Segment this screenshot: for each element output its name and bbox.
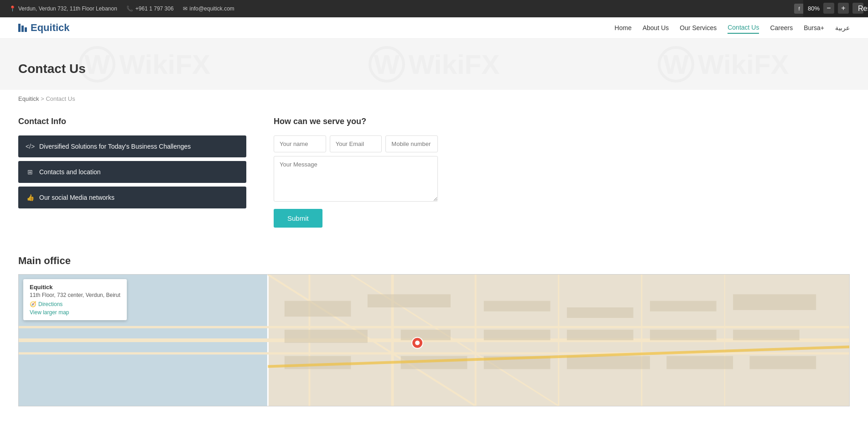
accordion-header-1: </> Diversified Solutions for Today's Bu…: [18, 135, 246, 157]
breadcrumb-home[interactable]: Equitick: [18, 95, 39, 102]
nav-home[interactable]: Home: [614, 22, 631, 33]
svg-rect-21: [401, 330, 451, 340]
svg-point-34: [415, 341, 420, 345]
map-office-name: Equitick: [30, 284, 120, 291]
svg-rect-29: [567, 356, 650, 369]
top-bar: 📍 Verdun, Verdun 732, 11th Floor Lebanon…: [0, 0, 868, 17]
breadcrumb-separator: >: [41, 95, 44, 102]
map-office-address: 11th Floor, 732 center, Verdun, Beirut: [30, 292, 120, 298]
svg-rect-22: [484, 330, 551, 340]
top-bar-left: 📍 Verdun, Verdun 732, 11th Floor Lebanon…: [9, 5, 234, 12]
zoom-plus-button[interactable]: +: [838, 3, 849, 14]
directions-link[interactable]: 🧭 Directions: [30, 301, 120, 307]
logo-bar-1: [18, 24, 21, 32]
main-office-title: Main office: [18, 255, 850, 267]
address-text: Verdun, Verdun 732, 11th Floor Lebanon: [18, 5, 117, 12]
svg-rect-23: [567, 330, 634, 340]
accordion-label-3: Our social Media networks: [39, 194, 114, 201]
message-field-wrapper: [274, 156, 438, 203]
svg-rect-18: [650, 301, 717, 312]
logo[interactable]: Equitick: [18, 22, 70, 34]
nav-services[interactable]: Our Services: [680, 22, 717, 33]
svg-rect-30: [666, 356, 733, 369]
accordion-label-1: Diversified Solutions for Today's Busine…: [39, 143, 191, 150]
svg-rect-16: [484, 301, 551, 312]
nav-arabic[interactable]: عربية: [835, 22, 850, 33]
main-office-section: Main office: [0, 246, 868, 416]
email-icon: ✉: [183, 5, 187, 12]
contacts-icon: ⊞: [26, 167, 35, 177]
map-info-box: Equitick 11th Floor, 732 center, Verdun,…: [23, 279, 127, 320]
address-item: 📍 Verdun, Verdun 732, 11th Floor Lebanon: [9, 5, 117, 12]
nav-careers[interactable]: Careers: [770, 22, 793, 33]
svg-rect-20: [285, 330, 368, 343]
nav-about[interactable]: About Us: [643, 22, 669, 33]
svg-rect-17: [567, 307, 634, 318]
social-media-icon: 👍: [26, 193, 35, 202]
email-item: ✉ info@equitick.com: [183, 5, 234, 12]
name-input[interactable]: [274, 135, 326, 152]
nav-contact[interactable]: Contact Us: [728, 22, 759, 34]
view-larger-map-link[interactable]: View larger map: [30, 309, 120, 316]
accordion-label-2: Contacts and location: [39, 168, 101, 176]
breadcrumb: Equitick > Contact Us: [0, 90, 868, 108]
facebook-icon[interactable]: f: [794, 4, 804, 14]
logo-icon: [18, 24, 27, 32]
svg-rect-24: [650, 330, 717, 340]
breadcrumb-current: Contact Us: [46, 95, 75, 102]
location-icon: 📍: [9, 5, 16, 12]
main-content: Contact Info </> Diversified Solutions f…: [0, 108, 868, 246]
svg-rect-26: [285, 356, 351, 369]
accordion-header-3: 👍 Our social Media networks: [18, 187, 246, 208]
zoom-bar: 80% − + Reset: [803, 0, 868, 16]
svg-rect-15: [368, 294, 451, 307]
phone-icon: 📞: [126, 5, 133, 12]
directions-icon: 🧭: [30, 301, 36, 307]
phone-text: +961 1 797 306: [135, 5, 174, 12]
code-icon: </>: [26, 142, 35, 151]
svg-rect-25: [733, 330, 800, 340]
mobile-input[interactable]: [385, 135, 438, 152]
accordion-item-2[interactable]: ⊞ Contacts and location: [18, 161, 246, 183]
contact-info-section: Contact Info </> Diversified Solutions f…: [18, 117, 246, 228]
header: Equitick Home About Us Our Services Cont…: [0, 17, 868, 39]
svg-rect-31: [749, 356, 816, 369]
logo-bar-2: [21, 26, 24, 32]
zoom-reset-button[interactable]: Reset: [852, 3, 863, 14]
contact-info-title: Contact Info: [18, 117, 246, 126]
contact-form-title: How can we serve you?: [274, 117, 438, 126]
logo-text: Equitick: [31, 22, 70, 34]
map-container: Equitick 11th Floor, 732 center, Verdun,…: [18, 274, 850, 406]
message-textarea[interactable]: [274, 156, 438, 202]
directions-label: Directions: [38, 301, 62, 307]
form-row-top: [274, 135, 438, 152]
phone-item: 📞 +961 1 797 306: [126, 5, 174, 12]
accordion-header-2: ⊞ Contacts and location: [18, 161, 246, 183]
accordion-item-1[interactable]: </> Diversified Solutions for Today's Bu…: [18, 135, 246, 157]
svg-rect-14: [285, 301, 351, 317]
email-text: info@equitick.com: [190, 5, 234, 12]
contact-form-section: How can we serve you? Submit: [274, 117, 438, 228]
logo-bar-3: [25, 27, 27, 32]
email-input[interactable]: [330, 135, 382, 152]
map-svg: [19, 275, 849, 406]
submit-button[interactable]: Submit: [274, 209, 322, 228]
zoom-minus-button[interactable]: −: [823, 3, 834, 14]
main-nav: Home About Us Our Services Contact Us Ca…: [614, 22, 850, 34]
nav-bursa[interactable]: Bursa+: [804, 22, 824, 33]
hero-banner: W WikiFX W WikiFX W WikiFX Contact Us: [0, 39, 868, 90]
zoom-level: 80%: [808, 5, 820, 12]
svg-rect-19: [733, 294, 816, 310]
accordion-item-3[interactable]: 👍 Our social Media networks: [18, 187, 246, 208]
page-title: Contact Us: [18, 62, 850, 76]
